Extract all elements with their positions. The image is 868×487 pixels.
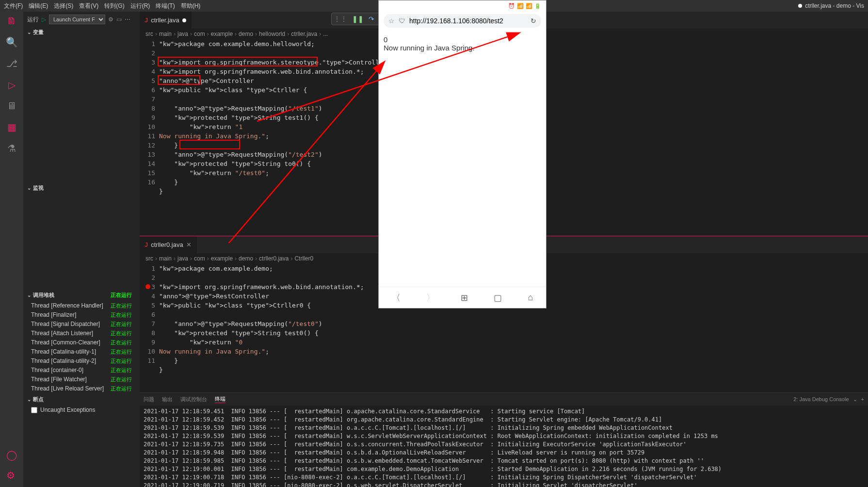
menu-terminal[interactable]: 终端(T) [156,2,175,10]
terminal-output[interactable]: 2021-01-17 12:18:59.451 INFO 13856 --- [… [140,406,868,487]
thread-row[interactable]: Thread [File Watcher]正在运行 [23,375,140,384]
menu-view[interactable]: 查看(V) [79,2,98,10]
run-label: 运行 [27,16,39,24]
phone-status-bar: ⏰ 📶 📶 🔋 [379,0,546,11]
more-icon[interactable]: ⋯ [125,16,130,23]
thread-row[interactable]: Thread [Reference Handler]正在运行 [23,301,140,310]
shield-icon: 🛡 [399,17,405,25]
chevron-down-icon[interactable]: ⌄ [853,396,857,403]
thread-row[interactable]: Thread [Signal Dispatcher]正在运行 [23,320,140,329]
menu-select[interactable]: 选择(S) [54,2,73,10]
modified-icon [798,4,802,8]
start-debug-button[interactable]: ▷ [42,16,46,23]
phone-content: 0 Now running in Java Spring. [379,31,546,57]
output-tab[interactable]: 输出 [162,396,173,403]
remote-icon[interactable]: 🖥 [7,100,16,112]
bookmark-icon[interactable]: ☆ [388,17,395,25]
panel-icon[interactable]: ▭ [116,16,122,23]
menu-goto[interactable]: 转到(G) [104,2,124,10]
debug-toolbar: ⋮⋮ ❚❚ ↷ ↓ [331,13,385,25]
callstack-section[interactable]: ⌄调用堆栈 正在运行 [23,290,140,300]
chevron-down-icon: ⌄ [27,185,31,191]
thread-row[interactable]: Thread [Catalina-utility-1]正在运行 [23,347,140,357]
breakpoints-section[interactable]: ⌄断点 [23,394,140,405]
thread-row[interactable]: Thread [Attach Listener]正在运行 [23,329,140,338]
home-icon[interactable]: ⌂ [528,292,533,303]
page-icon[interactable]: ▢ [494,292,502,303]
thread-row[interactable]: Thread [container-0]正在运行 [23,366,140,375]
variables-section[interactable]: ⌄变量 [23,27,140,37]
debug-icon[interactable]: ▷ [8,79,16,91]
debug-config-select[interactable]: Launch Current F [49,15,105,24]
explorer-icon[interactable]: 🗎 [7,16,16,27]
url-input[interactable] [409,17,527,25]
terminal-select[interactable]: 2: Java Debug Console [793,396,849,402]
window-title: ctrller.java - demo - Vis [798,2,864,9]
chevron-down-icon: ⌄ [27,292,31,298]
step-over-icon[interactable]: ↷ [369,15,374,23]
gutter-1: 1 2 3 4 5 6 7 8 9 10 11 12 13 14 15 16 [140,39,159,236]
signal-icon: 📶 [526,3,532,9]
gear-icon[interactable]: ⚙ [108,16,113,23]
search-icon[interactable]: 🔍 [6,36,18,48]
phone-preview: ⏰ 📶 📶 🔋 ☆ 🛡 ↻ 0 Now running in Java Spri… [378,0,547,308]
settings-icon[interactable]: ⚙ [6,470,17,481]
thread-row[interactable]: Thread [Finalizer]正在运行 [23,310,140,320]
callstack-body: Thread [Reference Handler]正在运行Thread [Fi… [23,300,140,394]
test-icon[interactable]: ⚗ [7,143,16,154]
debug-console-tab[interactable]: 调试控制台 [180,396,207,403]
new-terminal-icon[interactable]: + [861,396,864,402]
scm-icon[interactable]: ⎇ [6,58,17,69]
tabs-icon[interactable]: ⊞ [461,292,468,303]
activity-bar: 🗎 🔍 ⎇ ▷ 🖥 ▦ ⚗ ◯ ⚙ [0,12,23,487]
breakpoint-icon[interactable] [145,284,150,289]
phone-url-bar: ☆ 🛡 ↻ [384,14,541,28]
back-icon[interactable]: 〈 [392,292,401,304]
alarm-icon: ⏰ [508,3,515,9]
modified-icon [182,18,186,22]
extensions-icon[interactable]: ▦ [7,121,16,133]
menu-help[interactable]: 帮助(H) [181,2,201,10]
forward-icon[interactable]: 〉 [426,292,435,304]
main-menu: 文件(F) 编辑(E) 选择(S) 查看(V) 转到(G) 运行(R) 终端(T… [4,2,200,10]
pause-icon[interactable]: ❚❚ [352,15,364,23]
menu-file[interactable]: 文件(F) [4,2,23,10]
menu-edit[interactable]: 编辑(E) [29,2,48,10]
menu-run[interactable]: 运行(R) [130,2,150,10]
chevron-down-icon: ⌄ [27,30,31,35]
tab-ctrller0[interactable]: J ctrller0.java ✕ [140,236,197,253]
java-file-icon: J [145,16,148,24]
terminal-panel: 问题 输出 调试控制台 终端 2: Java Debug Console ⌄ +… [140,392,868,487]
thread-row[interactable]: Thread [Common-Cleaner]正在运行 [23,338,140,347]
debug-sidebar: 运行 ▷ Launch Current F ⚙ ▭ ⋯ ⌄变量 ⌄监视 ⌄调用堆… [23,12,140,487]
drag-handle-icon[interactable]: ⋮⋮ [334,15,347,23]
java-file-icon: J [145,241,148,248]
wifi-icon: 📶 [517,3,524,9]
phone-nav: 〈 〉 ⊞ ▢ ⌂ [379,287,546,308]
battery-icon: 🔋 [534,3,541,9]
thread-row[interactable]: Thread [Catalina-utility-2]正在运行 [23,357,140,366]
problems-tab[interactable]: 问题 [144,396,154,403]
reload-icon[interactable]: ↻ [530,17,536,25]
chevron-down-icon: ⌄ [27,397,31,402]
watch-section[interactable]: ⌄监视 [23,183,140,193]
close-icon[interactable]: ✕ [186,241,192,248]
tab-ctrller[interactable]: J ctrller.java [140,12,192,29]
thread-row[interactable]: Thread [Live Reload Server]正在运行 [23,384,140,393]
gutter-2: 1 2 3 4 5 6 7 8 9 10 11 [140,264,159,392]
terminal-tab[interactable]: 终端 [215,395,225,403]
uncaught-checkbox[interactable] [31,407,37,413]
account-icon[interactable]: ◯ [6,449,17,461]
